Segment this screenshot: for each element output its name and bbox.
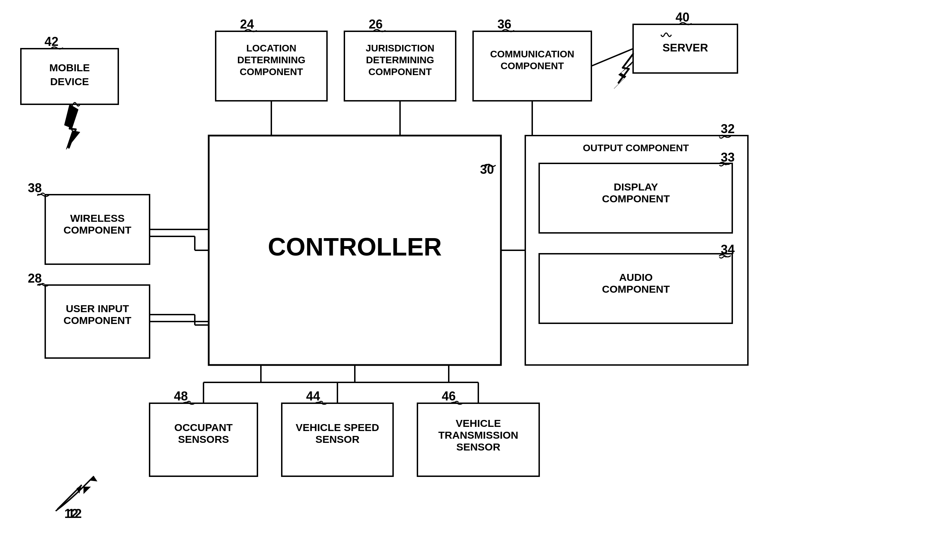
svg-text:OUTPUT COMPONENT: OUTPUT COMPONENT <box>583 143 689 153</box>
svg-text:SENSORS: SENSORS <box>178 434 229 445</box>
svg-text:COMPONENT: COMPONENT <box>368 66 432 77</box>
svg-text:COMPONENT: COMPONENT <box>64 315 131 326</box>
svg-text:38: 38 <box>28 181 42 195</box>
svg-text:48: 48 <box>174 389 188 403</box>
svg-text:AUDIO: AUDIO <box>619 271 653 283</box>
svg-text:TRANSMISSION: TRANSMISSION <box>438 429 518 441</box>
svg-text:COMMUNICATION: COMMUNICATION <box>490 49 574 60</box>
svg-text:MOBILE: MOBILE <box>49 62 90 73</box>
svg-text:COMPONENT: COMPONENT <box>240 66 303 77</box>
svg-text:28: 28 <box>28 271 42 285</box>
svg-text:JURISDICTION: JURISDICTION <box>365 43 435 54</box>
svg-text:32: 32 <box>721 122 735 136</box>
svg-text:USER INPUT: USER INPUT <box>66 303 129 314</box>
svg-text:SERVER: SERVER <box>662 42 708 54</box>
svg-text:46: 46 <box>442 389 456 403</box>
svg-text:COMPONENT: COMPONENT <box>64 224 131 236</box>
svg-text:VEHICLE: VEHICLE <box>456 417 501 429</box>
svg-text:12: 12 <box>68 506 82 521</box>
svg-text:COMPONENT: COMPONENT <box>602 283 670 295</box>
svg-text:VEHICLE SPEED: VEHICLE SPEED <box>296 422 379 433</box>
diagram-svg: 42 24 26 36 40 38 30 28 32 33 34 48 44 4… <box>0 0 942 560</box>
svg-text:COMPONENT: COMPONENT <box>501 60 564 71</box>
svg-text:OCCUPANT: OCCUPANT <box>174 422 233 433</box>
svg-text:SENSOR: SENSOR <box>456 441 501 452</box>
svg-text:42: 42 <box>45 34 59 49</box>
svg-text:WIRELESS: WIRELESS <box>70 212 125 224</box>
svg-rect-2 <box>216 31 327 101</box>
svg-text:COMPONENT: COMPONENT <box>602 193 670 205</box>
svg-rect-3 <box>344 31 456 101</box>
svg-text:DETERMINING: DETERMINING <box>366 55 434 65</box>
svg-text:SENSOR: SENSOR <box>316 434 360 445</box>
svg-text:LOCATION: LOCATION <box>246 43 296 54</box>
svg-text:DISPLAY: DISPLAY <box>614 181 658 192</box>
svg-text:44: 44 <box>306 389 320 403</box>
svg-text:DEVICE: DEVICE <box>50 76 89 87</box>
svg-text:DETERMINING: DETERMINING <box>237 55 305 65</box>
svg-text:CONTROLLER: CONTROLLER <box>268 233 442 261</box>
